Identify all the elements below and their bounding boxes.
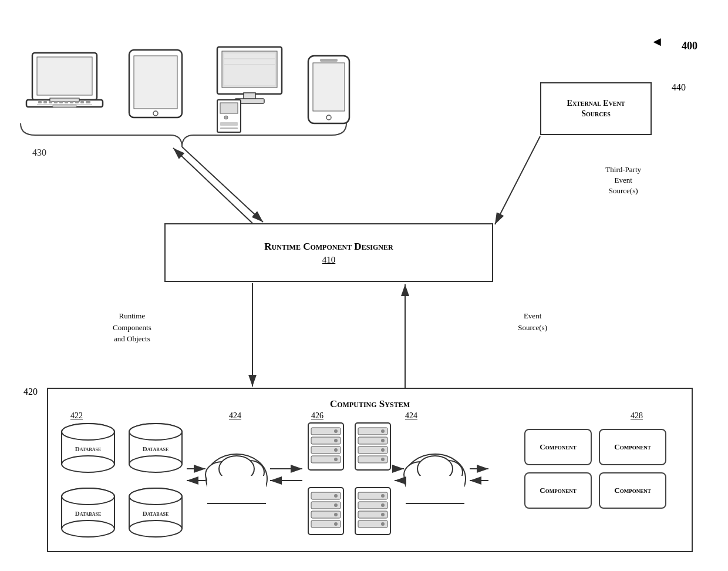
figure-number: 400 — [682, 40, 697, 52]
tablet-icon — [129, 50, 182, 117]
svg-point-36 — [326, 115, 331, 120]
external-event-sources-label: External EventSources — [567, 98, 625, 119]
svg-rect-19 — [129, 50, 182, 117]
svg-point-31 — [224, 116, 228, 119]
svg-rect-12 — [65, 101, 68, 103]
component-box-4: Component — [599, 472, 666, 509]
desktop-icon — [217, 47, 282, 132]
svg-rect-8 — [43, 101, 47, 103]
component-box-2: Component — [599, 429, 666, 465]
components-group-label: 428 — [631, 411, 643, 421]
svg-rect-34 — [308, 56, 349, 123]
svg-line-40 — [495, 136, 540, 224]
servers-label: 426 — [311, 411, 323, 421]
svg-rect-27 — [244, 93, 255, 100]
component-grid: Component Component Component Component — [524, 429, 666, 509]
rcd-title: Runtime Component Designer — [264, 241, 393, 253]
svg-rect-29 — [217, 100, 241, 132]
svg-line-39 — [173, 148, 252, 223]
svg-rect-9 — [49, 101, 52, 103]
svg-rect-28 — [235, 99, 264, 103]
rcd-number: 410 — [322, 255, 336, 265]
laptop-icon — [26, 53, 103, 107]
runtime-component-designer-box: Runtime Component Designer 410 — [164, 223, 493, 282]
svg-rect-4 — [26, 100, 103, 107]
figure-arrow: ◄ — [651, 34, 663, 49]
svg-rect-22 — [217, 47, 282, 94]
svg-rect-33 — [220, 127, 238, 129]
svg-rect-20 — [134, 56, 177, 109]
svg-rect-30 — [220, 103, 238, 113]
svg-rect-24 — [224, 53, 275, 85]
svg-rect-14 — [75, 101, 79, 103]
component-box-1: Component — [524, 429, 592, 465]
svg-rect-17 — [53, 105, 76, 107]
component-box-3: Component — [524, 472, 592, 509]
svg-text:430: 430 — [32, 147, 46, 157]
event-sources-label: EventSource(s) — [518, 310, 547, 333]
computing-system-number: 420 — [23, 387, 38, 397]
runtime-components-label: RuntimeComponentsand Objects — [113, 310, 151, 345]
svg-rect-35 — [313, 63, 345, 111]
svg-rect-2 — [32, 53, 97, 100]
external-event-sources-number: 440 — [672, 82, 686, 93]
svg-rect-10 — [54, 101, 58, 103]
network-a-label: 424 — [229, 411, 241, 421]
computing-system-title: Computing System — [47, 394, 693, 410]
third-party-label: Third-PartyEventSource(s) — [605, 164, 641, 197]
svg-rect-37 — [320, 59, 338, 62]
network-b-label: 424 — [405, 411, 417, 421]
svg-line-38 — [182, 147, 263, 222]
svg-rect-6 — [50, 98, 79, 102]
svg-rect-7 — [38, 101, 42, 103]
db-group-label: 422 — [70, 411, 83, 421]
svg-rect-32 — [220, 122, 238, 126]
svg-rect-13 — [70, 101, 73, 103]
svg-rect-15 — [80, 101, 84, 103]
svg-rect-23 — [222, 51, 277, 88]
svg-rect-16 — [86, 101, 90, 103]
smartphone-icon — [308, 56, 349, 123]
svg-point-21 — [153, 111, 158, 116]
external-event-sources-box: External EventSources — [540, 82, 652, 135]
svg-rect-11 — [59, 101, 63, 103]
svg-rect-3 — [37, 57, 92, 95]
